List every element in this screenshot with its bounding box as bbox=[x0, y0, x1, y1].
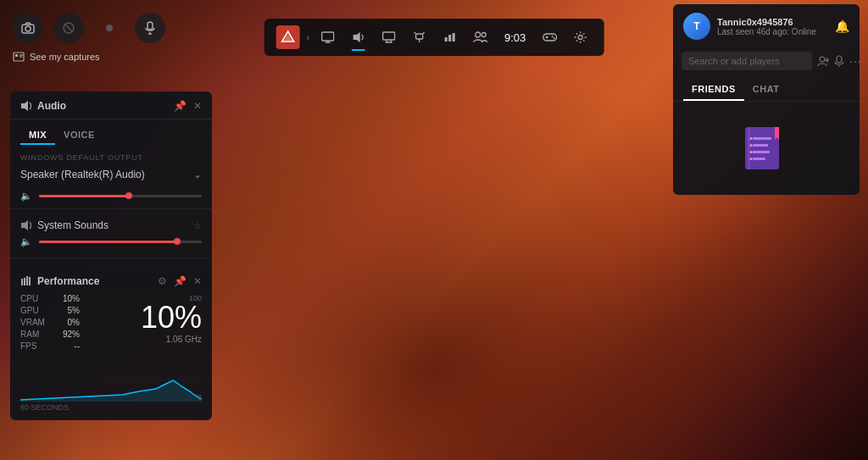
camera-capture-icon[interactable] bbox=[13, 13, 43, 43]
see-captures-label: See my captures bbox=[30, 52, 100, 62]
game-icon[interactable] bbox=[275, 24, 302, 51]
perf-stats: CPU 10% GPU 5% VRAM 0% RAM 92% FPS -- bbox=[20, 294, 80, 351]
svg-rect-54 bbox=[753, 151, 770, 153]
notification-button[interactable]: 🔔 bbox=[835, 19, 849, 33]
audio-tab-mix[interactable]: MIX bbox=[20, 126, 55, 145]
people-icon[interactable] bbox=[467, 24, 494, 51]
master-volume-slider[interactable] bbox=[39, 195, 202, 197]
svg-point-56 bbox=[750, 137, 753, 140]
svg-marker-35 bbox=[21, 101, 28, 111]
vram-stat: VRAM 0% bbox=[20, 318, 80, 327]
audio-divider bbox=[10, 208, 212, 209]
broadcast-icon[interactable] bbox=[406, 24, 433, 51]
friends-username: Tannic0x4945876 bbox=[717, 17, 828, 27]
svg-marker-16 bbox=[353, 32, 360, 42]
friends-header: T Tannic0x4945876 Last seen 46d ago: Onl… bbox=[673, 4, 860, 47]
disabled-icon[interactable] bbox=[53, 13, 84, 43]
perf-chart: 0 bbox=[20, 359, 202, 402]
vram-value: 0% bbox=[68, 318, 80, 327]
gpu-value: 5% bbox=[68, 306, 80, 315]
master-volume-row[interactable]: 🔈 bbox=[10, 187, 212, 205]
svg-rect-25 bbox=[449, 35, 452, 42]
screen-icon[interactable] bbox=[314, 24, 342, 51]
perf-chart-label: 60 SECONDS bbox=[20, 403, 69, 412]
svg-rect-52 bbox=[753, 137, 771, 140]
svg-rect-20 bbox=[416, 34, 423, 39]
volume-low-icon: 🔈 bbox=[20, 191, 32, 202]
svg-point-1 bbox=[25, 26, 31, 31]
vram-label: VRAM bbox=[20, 318, 45, 327]
friends-tab-chat[interactable]: CHAT bbox=[744, 79, 788, 101]
pin-audio-button[interactable]: 📌 bbox=[174, 100, 186, 112]
close-audio-button[interactable]: ✕ bbox=[193, 100, 202, 112]
ram-stat: RAM 92% bbox=[20, 330, 80, 339]
audio-panel-actions: 📌 ✕ bbox=[174, 100, 202, 112]
svg-rect-4 bbox=[147, 22, 153, 30]
voice-chat-button[interactable] bbox=[834, 50, 844, 72]
pin-perf-button[interactable]: 📌 bbox=[174, 275, 186, 287]
more-options-button[interactable]: ··· bbox=[849, 50, 862, 72]
avatar: T bbox=[683, 13, 710, 40]
svg-point-45 bbox=[820, 57, 825, 62]
settings-icon[interactable] bbox=[566, 24, 593, 51]
capture-icons-row bbox=[13, 13, 165, 43]
friends-tab-friends[interactable]: FRIENDS bbox=[683, 79, 744, 101]
perf-settings-button[interactable]: ⚙ bbox=[158, 275, 167, 287]
svg-rect-37 bbox=[21, 279, 23, 285]
system-sounds-header: System Sounds ☆ bbox=[20, 219, 202, 231]
system-sounds-item: System Sounds ☆ 🔈 bbox=[10, 213, 212, 254]
controller-icon[interactable] bbox=[536, 24, 563, 51]
friends-panel: T Tannic0x4945876 Last seen 46d ago: Onl… bbox=[673, 4, 860, 195]
audio-section-label: WINDOWS DEFAULT OUTPUT bbox=[10, 148, 212, 165]
audio-panel: Audio 📌 ✕ MIX VOICE WINDOWS DEFAULT OUTP… bbox=[10, 91, 212, 289]
svg-rect-24 bbox=[445, 37, 448, 42]
system-sounds-slider[interactable] bbox=[39, 241, 202, 243]
system-sounds-name: System Sounds bbox=[20, 219, 108, 231]
see-captures-button[interactable]: See my captures bbox=[13, 48, 165, 65]
dota-logo bbox=[276, 25, 300, 49]
add-friend-button[interactable] bbox=[817, 50, 829, 72]
perf-big-sub: 1.06 GHz bbox=[166, 335, 202, 344]
dot-indicator bbox=[94, 13, 125, 43]
ram-value: 92% bbox=[63, 330, 80, 339]
perf-main: CPU 10% GPU 5% VRAM 0% RAM 92% FPS -- 10… bbox=[10, 294, 212, 356]
gpu-label: GPU bbox=[20, 306, 39, 315]
system-sounds-volume-row[interactable]: 🔈 bbox=[20, 236, 202, 247]
system-sounds-fill bbox=[39, 241, 177, 243]
favorite-button[interactable]: ☆ bbox=[193, 220, 202, 231]
perf-chart-time: 60 SECONDS bbox=[10, 402, 212, 412]
close-perf-button[interactable]: ✕ bbox=[193, 275, 202, 287]
perf-chart-zero: 0 bbox=[198, 393, 202, 402]
svg-rect-40 bbox=[29, 277, 31, 285]
cpu-value: 10% bbox=[63, 294, 80, 303]
svg-line-22 bbox=[415, 32, 416, 34]
perf-title-text: Performance bbox=[37, 275, 99, 287]
audio-panel-header: Audio 📌 ✕ bbox=[10, 91, 212, 119]
audio-tabs: MIX VOICE bbox=[10, 119, 212, 148]
svg-point-32 bbox=[551, 36, 553, 37]
mic-icon[interactable] bbox=[135, 13, 165, 43]
audio-tab-voice[interactable]: VOICE bbox=[55, 126, 103, 145]
gpu-stat: GPU 5% bbox=[20, 306, 80, 315]
svg-rect-55 bbox=[753, 158, 765, 160]
friends-tabs: FRIENDS CHAT bbox=[673, 79, 860, 102]
friends-search-input[interactable] bbox=[682, 52, 812, 70]
svg-rect-51 bbox=[748, 127, 750, 169]
svg-line-3 bbox=[65, 25, 72, 31]
fps-label: FPS bbox=[20, 341, 36, 351]
chart-icon[interactable] bbox=[437, 24, 464, 51]
chevron-icon: › bbox=[307, 33, 309, 42]
friends-empty-state bbox=[673, 102, 860, 195]
cpu-stat: CPU 10% bbox=[20, 294, 80, 303]
fps-stat: FPS -- bbox=[20, 341, 80, 351]
svg-marker-36 bbox=[21, 220, 28, 230]
audio-title-text: Audio bbox=[37, 100, 66, 112]
svg-rect-17 bbox=[383, 32, 395, 40]
search-row: ··· bbox=[673, 47, 860, 79]
monitor-icon[interactable] bbox=[376, 24, 403, 51]
svg-rect-29 bbox=[542, 34, 556, 41]
perf-actions: ⚙ 📌 ✕ bbox=[158, 275, 202, 287]
svg-point-57 bbox=[750, 144, 753, 147]
volume-icon[interactable] bbox=[345, 24, 372, 51]
svg-rect-26 bbox=[453, 33, 455, 42]
